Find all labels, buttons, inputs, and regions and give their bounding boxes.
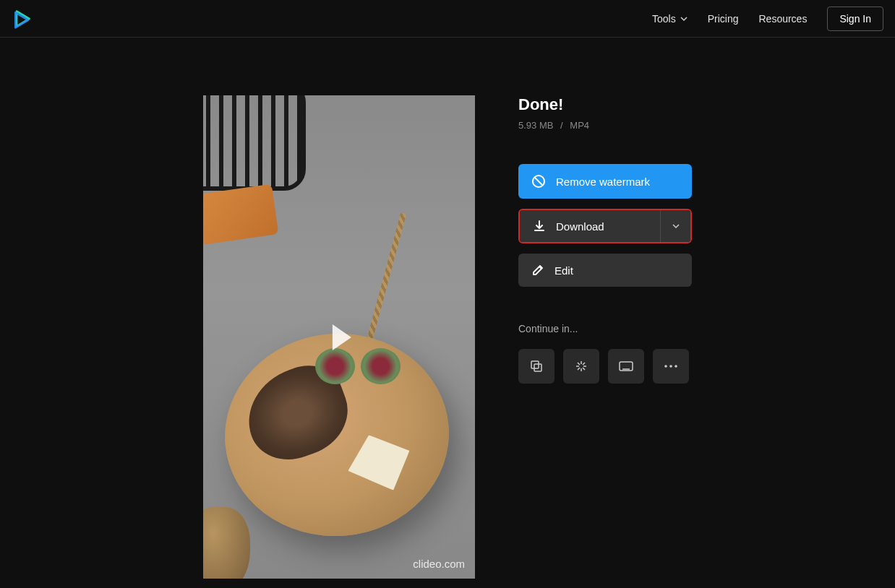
download-icon — [533, 220, 546, 233]
prohibit-icon — [531, 174, 546, 189]
sign-in-button[interactable]: Sign In — [827, 7, 883, 31]
svg-rect-3 — [534, 364, 541, 371]
svg-point-8 — [675, 365, 677, 368]
watermark-text: clideo.com — [413, 558, 465, 570]
file-size: 5.93 MB — [518, 120, 553, 131]
edit-label: Edit — [554, 264, 573, 277]
continue-label: Continue in... — [518, 323, 692, 334]
compress-icon — [574, 359, 588, 373]
nav-resources[interactable]: Resources — [758, 13, 807, 25]
play-icon[interactable] — [333, 324, 351, 350]
download-options-button[interactable] — [660, 210, 690, 242]
continue-tool-resize[interactable] — [608, 349, 644, 384]
video-preview[interactable]: clideo.com — [203, 95, 475, 579]
nav-tools[interactable]: Tools — [652, 13, 688, 25]
nav-pricing-label: Pricing — [708, 13, 739, 25]
download-button-group: Download — [518, 209, 692, 243]
result-title: Done! — [518, 95, 692, 114]
svg-point-6 — [664, 365, 667, 368]
merge-icon — [529, 359, 544, 373]
remove-watermark-label: Remove watermark — [556, 176, 650, 188]
chevron-down-icon — [680, 17, 688, 21]
download-button[interactable]: Download — [520, 210, 660, 242]
sign-in-label: Sign In — [839, 13, 871, 25]
file-info: 5.93 MB / MP4 — [518, 120, 692, 131]
svg-point-7 — [669, 365, 672, 368]
nav-resources-label: Resources — [758, 13, 807, 25]
svg-line-1 — [535, 178, 543, 186]
more-icon — [664, 364, 678, 368]
separator: / — [560, 120, 563, 131]
edit-button[interactable]: Edit — [518, 254, 692, 287]
nav-pricing[interactable]: Pricing — [708, 13, 739, 25]
continue-tool-merge[interactable] — [518, 349, 554, 384]
download-label: Download — [556, 220, 604, 233]
continue-tool-more[interactable] — [653, 349, 689, 384]
logo[interactable] — [12, 9, 32, 29]
svg-rect-2 — [531, 361, 539, 368]
pencil-icon — [531, 264, 544, 277]
chevron-down-icon — [672, 223, 680, 229]
file-format: MP4 — [570, 120, 589, 131]
nav-tools-label: Tools — [652, 13, 676, 25]
continue-tool-compress[interactable] — [563, 349, 599, 384]
remove-watermark-button[interactable]: Remove watermark — [518, 164, 692, 199]
resize-icon — [618, 360, 634, 372]
